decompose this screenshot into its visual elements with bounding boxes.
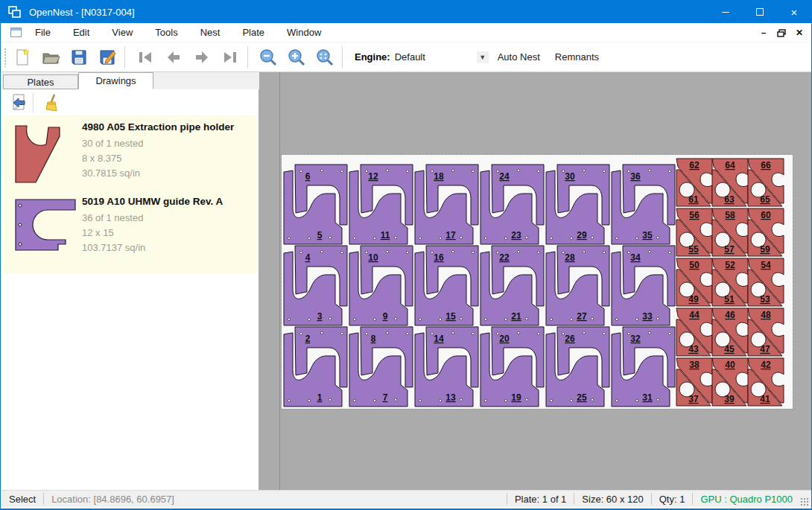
nested-pair-red[interactable]: 6261	[676, 159, 712, 206]
part-number[interactable]: 24	[499, 171, 510, 182]
part-number[interactable]: 45	[724, 344, 735, 354]
menu-plate[interactable]: Plate	[233, 23, 273, 42]
part-number[interactable]: 33	[642, 311, 653, 322]
menu-nest[interactable]: Nest	[191, 23, 229, 42]
menu-edit[interactable]: Edit	[64, 23, 98, 42]
part-number[interactable]: 61	[688, 194, 699, 205]
nested-pair-purple[interactable]: 3029	[546, 165, 609, 244]
nested-pair-purple[interactable]: 1817	[415, 165, 478, 244]
part-number[interactable]: 13	[445, 392, 456, 403]
nested-pair-red[interactable]: 6463	[712, 159, 748, 206]
new-button[interactable]	[10, 45, 35, 69]
menu-tools[interactable]: Tools	[146, 23, 186, 42]
nested-pair-red[interactable]: 5857	[712, 208, 748, 256]
nested-pair-purple[interactable]: 65	[284, 165, 347, 244]
part-number[interactable]: 18	[434, 171, 444, 182]
open-button[interactable]	[38, 45, 63, 69]
part-number[interactable]: 40	[725, 360, 735, 370]
part-number[interactable]: 34	[630, 252, 641, 263]
nested-pair-red[interactable]: 4645	[712, 308, 748, 356]
part-number[interactable]: 46	[725, 310, 735, 320]
nested-pair-purple[interactable]: 1211	[349, 165, 413, 244]
chevron-down-icon[interactable]: ▼	[477, 51, 489, 63]
import-drawing-button[interactable]	[6, 92, 30, 113]
menu-file[interactable]: File	[26, 23, 60, 42]
drawing-item[interactable]: 5019 A10 UHMW guide Rev. A 36 of 1 neste…	[3, 190, 257, 264]
mdi-minimize-button[interactable]: –	[756, 26, 771, 39]
part-number[interactable]: 6	[305, 171, 311, 182]
part-number[interactable]: 36	[630, 171, 641, 182]
nested-pair-purple[interactable]: 87	[349, 327, 413, 407]
part-number[interactable]: 32	[630, 334, 641, 344]
part-number[interactable]: 54	[761, 260, 771, 270]
part-number[interactable]: 63	[724, 194, 735, 205]
part-number[interactable]: 11	[381, 230, 390, 240]
part-number[interactable]: 62	[689, 160, 700, 170]
nested-pair-purple[interactable]: 1413	[415, 327, 478, 407]
part-number[interactable]: 20	[499, 334, 510, 344]
nested-pair-red[interactable]: 5251	[712, 258, 748, 306]
nested-pair-purple[interactable]: 2625	[546, 327, 609, 407]
part-number[interactable]: 52	[725, 260, 735, 270]
part-number[interactable]: 55	[688, 244, 699, 255]
part-number[interactable]: 4	[305, 252, 311, 263]
drawing-item[interactable]: 4980 A05 Extraction pipe holder 30 of 1 …	[3, 115, 257, 190]
nested-pair-red[interactable]: 4241	[748, 358, 784, 406]
nested-pair-red[interactable]: 5655	[676, 208, 712, 256]
go-next-button[interactable]	[189, 45, 215, 69]
maximize-button[interactable]	[743, 1, 777, 23]
part-number[interactable]: 37	[688, 394, 699, 404]
part-number[interactable]: 10	[368, 252, 378, 263]
part-number[interactable]: 5	[317, 230, 323, 240]
part-number[interactable]: 3	[317, 311, 323, 322]
go-previous-button[interactable]	[161, 45, 186, 69]
tab-drawings[interactable]: Drawings	[78, 72, 153, 89]
remnants-button[interactable]: Remnants	[548, 47, 606, 67]
nested-pair-purple[interactable]: 3635	[612, 165, 675, 244]
part-number[interactable]: 60	[761, 210, 771, 220]
part-number[interactable]: 23	[511, 230, 521, 240]
part-number[interactable]: 31	[642, 392, 653, 403]
part-number[interactable]: 8	[371, 334, 376, 344]
auto-nest-button[interactable]: Auto Nest	[490, 47, 548, 67]
plate-sheet[interactable]: 6512111817242330293635431091615222128273…	[282, 155, 793, 409]
nested-pair-purple[interactable]: 2221	[480, 246, 544, 325]
part-number[interactable]: 56	[689, 210, 700, 220]
part-number[interactable]: 25	[577, 392, 587, 403]
close-button[interactable]: ×	[777, 1, 811, 23]
part-number[interactable]: 58	[725, 210, 735, 220]
part-number[interactable]: 14	[434, 334, 444, 344]
part-number[interactable]: 42	[761, 360, 771, 370]
part-number[interactable]: 7	[383, 392, 388, 403]
part-number[interactable]: 39	[724, 394, 735, 404]
part-number[interactable]: 48	[761, 310, 771, 320]
nested-pair-red[interactable]: 4847	[748, 308, 784, 356]
part-number[interactable]: 50	[689, 260, 700, 270]
nested-pair-purple[interactable]: 2019	[480, 327, 544, 407]
nested-pair-purple[interactable]: 3231	[612, 327, 675, 407]
go-first-button[interactable]	[133, 45, 158, 69]
part-number[interactable]: 29	[577, 230, 587, 240]
part-number[interactable]: 2	[305, 334, 311, 344]
go-last-button[interactable]	[218, 45, 243, 69]
clean-button[interactable]	[41, 92, 65, 113]
nest-canvas[interactable]: 6512111817242330293635431091615222128273…	[259, 72, 811, 492]
part-number[interactable]: 47	[760, 344, 770, 354]
part-number[interactable]: 41	[760, 394, 770, 404]
nested-pair-red[interactable]: 6059	[748, 208, 784, 256]
nested-pair-purple[interactable]: 21	[284, 327, 347, 407]
nested-pair-purple[interactable]: 3433	[612, 246, 675, 325]
part-number[interactable]: 17	[445, 230, 456, 240]
part-number[interactable]: 49	[688, 294, 699, 305]
part-number[interactable]: 43	[688, 344, 699, 354]
nested-pair-red[interactable]: 4443	[676, 308, 712, 356]
part-number[interactable]: 65	[760, 194, 770, 205]
minimize-button[interactable]	[708, 1, 743, 23]
mdi-close-button[interactable]: ✕	[792, 26, 807, 39]
toolbar-grip[interactable]	[4, 48, 7, 67]
part-number[interactable]: 27	[577, 311, 587, 322]
part-number[interactable]: 64	[725, 160, 735, 170]
menu-view[interactable]: View	[103, 23, 142, 42]
part-number[interactable]: 30	[565, 171, 575, 182]
nested-pair-red[interactable]: 6665	[748, 159, 784, 206]
